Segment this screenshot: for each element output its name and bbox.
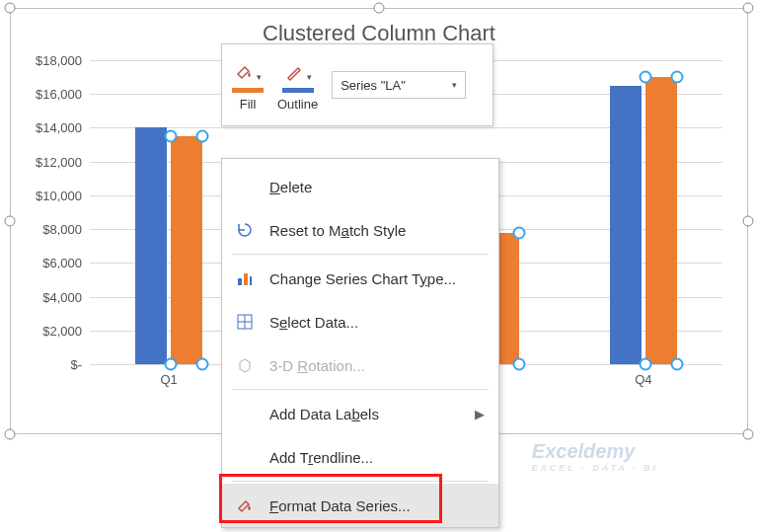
- frame-selection-handle[interactable]: [743, 3, 754, 14]
- context-menu: Delete Reset to Match Style Change Serie…: [221, 158, 499, 528]
- y-axis-label: $10,000: [21, 188, 82, 202]
- frame-selection-handle[interactable]: [5, 216, 16, 227]
- menu-reset-style[interactable]: Reset to Match Style: [222, 208, 498, 252]
- series-selection-handle: [165, 358, 178, 371]
- series-selector[interactable]: Series "LA" ▾: [332, 71, 466, 99]
- chart-type-icon: [234, 269, 256, 287]
- y-axis-label: $2,000: [21, 323, 82, 338]
- y-axis-label: $4,000: [21, 289, 82, 304]
- bar-LA-Q1[interactable]: [171, 136, 202, 364]
- reset-icon: [234, 221, 256, 239]
- svg-rect-1: [244, 273, 248, 285]
- mini-toolbar: ▾ Fill ▾ Outline Series "LA" ▾: [221, 43, 493, 126]
- fill-label: Fill: [240, 97, 257, 112]
- menu-select-data[interactable]: Select Data...: [222, 300, 498, 343]
- series-selection-handle: [639, 358, 651, 371]
- format-icon: [234, 496, 256, 514]
- fill-swatch: [232, 88, 264, 93]
- x-axis-label: Q4: [635, 372, 651, 387]
- series-selection-handle: [670, 358, 683, 371]
- x-axis-label: Q1: [160, 372, 177, 387]
- frame-selection-handle[interactable]: [743, 216, 754, 227]
- outline-button[interactable]: ▾ Outline: [277, 58, 318, 112]
- chevron-down-icon: ▾: [257, 72, 262, 82]
- svg-rect-2: [250, 276, 252, 285]
- frame-selection-handle[interactable]: [374, 3, 385, 14]
- frame-selection-handle[interactable]: [743, 429, 754, 440]
- y-axis-label: $-: [21, 357, 82, 372]
- bar-NY-Q4[interactable]: [610, 86, 642, 364]
- bar-NY-Q1[interactable]: [135, 127, 167, 364]
- y-axis-label: $6,000: [21, 256, 82, 270]
- series-selection-handle: [196, 130, 209, 143]
- fill-button[interactable]: ▾ Fill: [232, 58, 264, 112]
- series-selection-handle: [670, 71, 683, 84]
- y-axis-label: $12,000: [21, 154, 82, 169]
- pen-icon: [284, 62, 304, 82]
- series-selector-value: Series "LA": [341, 78, 406, 93]
- menu-change-chart-type[interactable]: Change Series Chart Type...: [222, 257, 498, 300]
- y-axis-label: $8,000: [21, 222, 82, 237]
- series-selection-handle: [165, 130, 178, 143]
- series-selection-handle: [512, 358, 525, 371]
- frame-selection-handle[interactable]: [5, 429, 16, 440]
- y-axis-label: $14,000: [21, 120, 82, 135]
- series-selection-handle: [196, 358, 209, 371]
- chevron-right-icon: ▶: [475, 407, 485, 421]
- outline-swatch: [282, 88, 314, 93]
- outline-label: Outline: [277, 97, 318, 112]
- chevron-down-icon: ▾: [452, 80, 457, 90]
- y-axis-label: $16,000: [21, 87, 82, 102]
- paint-bucket-icon: [234, 62, 254, 82]
- watermark: Exceldemy EXCEL · DATA · BI: [532, 440, 658, 473]
- series-selection-handle: [639, 71, 651, 84]
- y-axis-label: $18,000: [21, 53, 82, 68]
- chevron-down-icon: ▾: [307, 72, 312, 82]
- svg-rect-0: [238, 278, 242, 285]
- menu-format-data-series[interactable]: Format Data Series...: [222, 484, 498, 527]
- menu-3d-rotation: 3-D Rotation...: [222, 343, 498, 387]
- frame-selection-handle[interactable]: [5, 3, 16, 14]
- bar-LA-Q4[interactable]: [645, 77, 677, 364]
- cube-icon: [234, 356, 256, 374]
- menu-add-trendline[interactable]: Add Trendline...: [222, 435, 498, 479]
- menu-delete[interactable]: Delete: [222, 165, 498, 208]
- grid-icon: [234, 313, 256, 331]
- menu-add-data-labels[interactable]: Add Data Labels ▶: [222, 392, 498, 435]
- series-selection-handle: [512, 226, 525, 239]
